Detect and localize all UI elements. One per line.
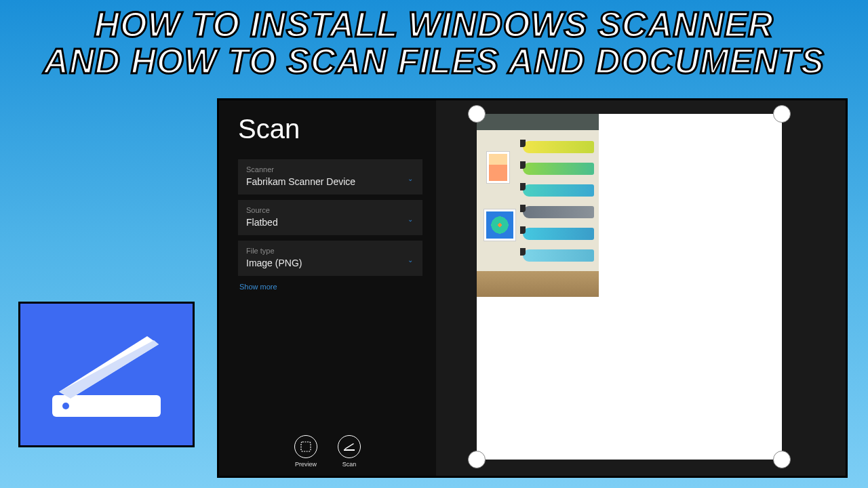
svg-point-1 — [62, 403, 69, 409]
app-title: Scan — [238, 114, 422, 144]
filetype-value: Image (PNG) — [246, 258, 414, 268]
source-dropdown[interactable]: Source Flatbed ⌄ — [238, 200, 422, 235]
preview-label: Preview — [294, 461, 317, 468]
preview-icon — [294, 435, 317, 458]
crop-handle-top-right[interactable] — [773, 105, 791, 123]
scanner-value: Fabrikam Scanner Device — [246, 176, 414, 187]
scanner-label: Scanner — [246, 165, 414, 174]
show-more-link[interactable]: Show more — [239, 283, 422, 291]
scan-label: Scan — [338, 461, 361, 468]
bottom-toolbar: Preview Scan — [219, 435, 436, 468]
svg-rect-2 — [301, 442, 311, 451]
scanned-photo-content — [477, 114, 599, 297]
crop-handle-bottom-left[interactable] — [468, 451, 486, 468]
scan-button[interactable]: Scan — [338, 435, 361, 468]
tutorial-title-overlay: HOW TO INSTALL WINDOWS SCANNER AND HOW T… — [0, 7, 868, 79]
preview-area[interactable] — [436, 100, 846, 476]
scanner-icon — [42, 324, 171, 426]
source-value: Flatbed — [246, 217, 414, 228]
preview-button[interactable]: Preview — [294, 435, 317, 468]
scan-app-window: Scan Scanner Fabrikam Scanner Device ⌄ S… — [217, 98, 848, 478]
filetype-dropdown[interactable]: File type Image (PNG) ⌄ — [238, 241, 422, 276]
filetype-label: File type — [246, 247, 414, 255]
chevron-down-icon: ⌄ — [408, 256, 413, 264]
crop-handle-top-left[interactable] — [468, 105, 486, 123]
scan-preview-page[interactable] — [477, 114, 782, 460]
scanner-app-tile-icon — [18, 302, 195, 447]
source-label: Source — [246, 206, 414, 214]
title-line-1: HOW TO INSTALL WINDOWS SCANNER — [0, 7, 868, 43]
scan-icon — [338, 435, 361, 458]
chevron-down-icon: ⌄ — [408, 216, 413, 223]
scanner-dropdown[interactable]: Scanner Fabrikam Scanner Device ⌄ — [238, 159, 422, 195]
title-line-2: AND HOW TO SCAN FILES AND DOCUMENTS — [0, 43, 868, 80]
chevron-down-icon: ⌄ — [408, 175, 413, 182]
settings-panel: Scan Scanner Fabrikam Scanner Device ⌄ S… — [219, 100, 436, 476]
crop-handle-bottom-right[interactable] — [773, 451, 791, 468]
